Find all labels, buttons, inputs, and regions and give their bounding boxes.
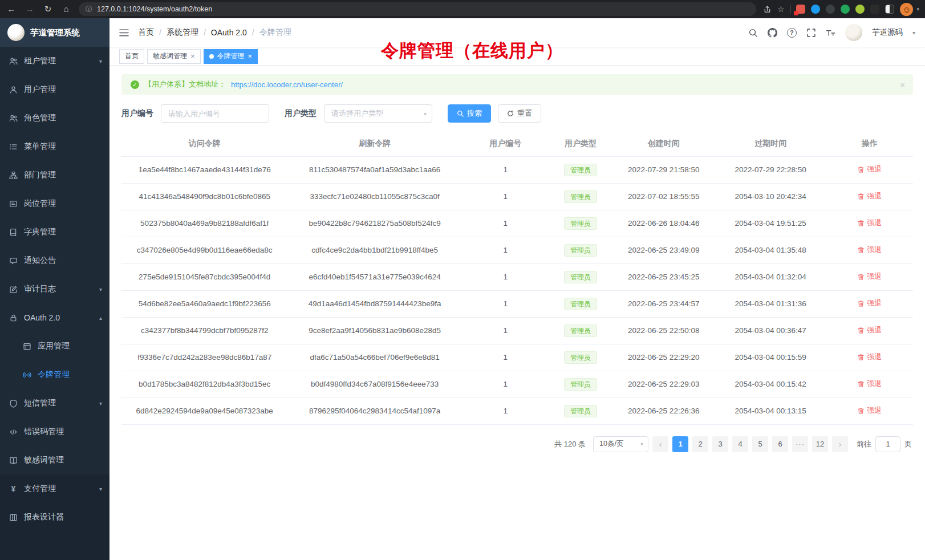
fullscreen-icon[interactable] [806, 28, 816, 38]
browser-home-icon[interactable]: ⌂ [60, 3, 72, 15]
sidebar-item-tenant[interactable]: 租户管理 ▾ [0, 47, 109, 75]
sidebar-item-report-designer[interactable]: 报表设计器 [0, 503, 109, 531]
create-time-cell: 2022-06-25 23:49:09 [612, 237, 715, 263]
force-logout-button[interactable]: 强退 [857, 218, 882, 228]
github-icon[interactable] [768, 28, 777, 38]
refresh-token-cell: 49d1aa46d1454fbd87591444423be9fa [287, 290, 461, 317]
doc-link[interactable]: https://doc.iocoder.cn/user-center/ [231, 80, 343, 89]
table-row: c342377bf8b344799dcbf7bf095287f2 9ce8ef2… [121, 317, 913, 344]
sidebar-item-label: 字典管理 [24, 227, 56, 237]
force-logout-button[interactable]: 强退 [857, 271, 882, 282]
force-logout-button[interactable]: 强退 [857, 191, 882, 201]
browser-profile-avatar[interactable]: ☺ [900, 3, 913, 16]
access-token-cell: 1ea5e44f8bc1467aaede43144f31de76 [121, 156, 287, 183]
screenshot-root: ← → ↻ ⌂ ⓘ 127.0.0.1:1024/system/oauth2/t… [0, 0, 925, 560]
force-logout-button[interactable]: 强退 [857, 325, 882, 335]
user-type-badge: 管理员 [564, 351, 597, 364]
extension-icon-6[interactable] [870, 5, 879, 14]
address-bar[interactable]: ⓘ 127.0.0.1:1024/system/oauth2/token [79, 2, 756, 16]
breadcrumb-item[interactable]: 系统管理 [167, 27, 198, 38]
browser-reload-icon[interactable]: ↻ [42, 3, 54, 15]
page-button-6[interactable]: 6 [772, 436, 788, 452]
extension-icon-1[interactable] [796, 5, 805, 14]
sidebar-item-payment[interactable]: ¥ 支付管理 ▾ [0, 474, 109, 503]
goto-page-input[interactable] [875, 436, 900, 452]
chevron-up-icon: ▴ [99, 315, 102, 321]
tab-home[interactable]: 首页 [119, 49, 144, 64]
next-page-button[interactable]: › [832, 436, 848, 452]
alert-close-icon[interactable]: × [900, 80, 905, 90]
sidebar-item-oauth[interactable]: OAuth 2.0 ▴ [0, 303, 109, 332]
page-button-12[interactable]: 12 [812, 436, 828, 452]
force-logout-button[interactable]: 强退 [857, 352, 882, 362]
share-icon[interactable] [763, 5, 772, 14]
sidebar-item-error-code[interactable]: 错误码管理 [0, 417, 109, 446]
page-button-3[interactable]: 3 [712, 436, 728, 452]
more-pages-button[interactable]: ··· [792, 436, 808, 452]
user-id-input[interactable] [161, 104, 269, 123]
page-button-4[interactable]: 4 [732, 436, 748, 452]
sidebar-item-app-management[interactable]: 应用管理 [0, 332, 109, 360]
chevron-down-icon[interactable]: ▾ [912, 30, 915, 36]
user-name[interactable]: 芋道源码 [872, 27, 903, 38]
browser-forward-icon[interactable]: → [24, 3, 35, 15]
user-type-cell: 管理员 [549, 183, 612, 210]
sidebar-item-token-management[interactable]: 令牌管理 [0, 360, 109, 389]
sidebar-item-user[interactable]: 用户管理 [0, 75, 109, 104]
sidebar-item-label: 支付管理 [24, 484, 56, 494]
bookmark-star-icon[interactable]: ☆ [777, 5, 785, 14]
extension-icon-2[interactable] [811, 5, 820, 14]
sidebar-item-label: 租户管理 [24, 56, 56, 66]
search-button[interactable]: 搜索 [448, 104, 491, 123]
collapse-sidebar-icon[interactable] [119, 28, 129, 38]
search-icon[interactable] [748, 28, 758, 38]
force-logout-button[interactable]: 强退 [857, 245, 882, 255]
force-logout-button[interactable]: 强退 [857, 405, 882, 416]
force-logout-button[interactable]: 强退 [857, 379, 882, 389]
refresh-token-cell: 811c530487574fa0af1a59d3abc1aa66 [287, 156, 461, 183]
page-button-2[interactable]: 2 [692, 436, 708, 452]
yen-icon: ¥ [9, 484, 18, 493]
close-icon[interactable]: × [248, 52, 253, 60]
sidebar-item-sms[interactable]: 短信管理 ▾ [0, 389, 109, 417]
breadcrumb-item[interactable]: OAuth 2.0 [211, 28, 247, 37]
breadcrumb-item[interactable]: 首页 [138, 27, 154, 38]
site-info-icon[interactable]: ⓘ [86, 5, 92, 14]
extension-icon-3[interactable] [826, 5, 835, 14]
extension-icon-7[interactable] [885, 5, 894, 14]
user-type-cell: 管理员 [549, 290, 612, 317]
sidebar-item-post[interactable]: 岗位管理 [0, 189, 109, 218]
help-icon[interactable]: ? [787, 28, 797, 38]
extension-icon-4[interactable] [841, 5, 850, 14]
prev-page-button[interactable]: ‹ [652, 436, 668, 452]
sidebar-item-label: 应用管理 [38, 341, 70, 351]
tab-token-management[interactable]: 令牌管理 × [204, 49, 258, 64]
browser-back-icon[interactable]: ← [6, 3, 17, 15]
tab-sensitive-word[interactable]: 敏感词管理 × [147, 49, 201, 64]
sidebar-item-audit-log[interactable]: 审计日志 ▾ [0, 275, 109, 303]
access-token-cell: f9336e7c7dd242a283ee98dc86b17a87 [121, 344, 287, 371]
close-icon[interactable]: × [190, 52, 195, 60]
force-logout-button[interactable]: 强退 [857, 164, 882, 175]
action-cell: 强退 [826, 263, 913, 290]
main-area: 首页 / 系统管理 / OAuth 2.0 / 令牌管理 [109, 18, 925, 560]
page-size-select[interactable]: 10条/页 ▾ [593, 436, 648, 452]
font-size-icon[interactable] [826, 28, 835, 38]
refresh-token-cell: e6cfd40eb1f54571a31e775e039c4624 [287, 263, 461, 290]
page-button-1[interactable]: 1 [672, 436, 688, 452]
extension-icon-5[interactable] [855, 5, 865, 14]
access-token-cell: 502375b8040a469a9b82188afdf6af1f [121, 210, 287, 237]
profile-caret-icon[interactable]: ▾ [916, 6, 919, 12]
force-logout-button[interactable]: 强退 [857, 298, 882, 309]
sidebar-item-role[interactable]: 角色管理 [0, 104, 109, 132]
sidebar-item-dict[interactable]: 字典管理 [0, 218, 109, 246]
sidebar-item-dept[interactable]: 部门管理 [0, 161, 109, 189]
reset-button[interactable]: 重置 [498, 104, 541, 123]
page-button-5[interactable]: 5 [752, 436, 768, 452]
user-id-filter: 用户编号 [121, 104, 269, 123]
user-type-select[interactable]: 请选择用户类型 ▾ [324, 104, 432, 123]
sidebar-item-menu[interactable]: 菜单管理 [0, 132, 109, 161]
user-avatar[interactable] [845, 24, 862, 41]
sidebar-item-notice[interactable]: 通知公告 [0, 246, 109, 275]
sidebar-item-sensitive-word[interactable]: 敏感词管理 [0, 446, 109, 474]
